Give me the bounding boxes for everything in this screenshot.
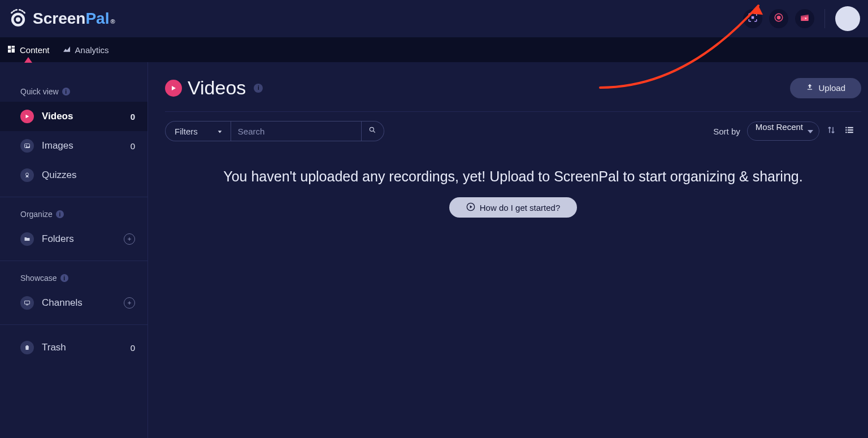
sidebar-separator: [0, 324, 147, 325]
svg-rect-15: [25, 301, 30, 305]
tab-analytics[interactable]: Analytics: [62, 37, 109, 62]
info-icon[interactable]: i: [62, 88, 70, 96]
subnav: Content Analytics: [0, 37, 868, 62]
svg-point-13: [26, 145, 27, 146]
sidebar-item-count: 0: [131, 343, 135, 353]
svg-marker-17: [172, 86, 176, 90]
svg-rect-20: [845, 127, 847, 128]
svg-rect-7: [8, 46, 11, 49]
brand-reg: ®: [110, 18, 115, 25]
tab-content[interactable]: Content: [7, 37, 50, 62]
how-to-button[interactable]: How do I get started?: [449, 197, 578, 218]
toolbar-right: Sort by Most Recent: [713, 122, 856, 141]
svg-rect-23: [848, 129, 853, 131]
image-icon: [20, 139, 34, 153]
page-title-block: Videos i: [165, 77, 263, 99]
search-icon: [368, 126, 376, 136]
upload-icon: [806, 83, 814, 93]
header-actions: [743, 6, 860, 31]
search-field[interactable]: [231, 121, 362, 141]
sidebar-item-quizzes[interactable]: Quizzes: [0, 161, 147, 190]
add-folder-button[interactable]: [124, 233, 135, 245]
svg-rect-2: [752, 16, 754, 19]
toolbar-left: Filters: [165, 121, 384, 141]
svg-point-1: [16, 18, 20, 22]
dashboard-icon: [7, 45, 16, 55]
brand-logo-icon: [8, 7, 28, 30]
svg-point-14: [26, 173, 29, 176]
sidebar-item-count: 0: [131, 141, 135, 151]
page-title: Videos: [188, 77, 246, 99]
header-divider: [824, 9, 825, 28]
sidebar-section-organize: Organize i: [0, 204, 147, 224]
sidebar-item-videos[interactable]: Videos 0: [0, 102, 147, 131]
search-button[interactable]: [362, 121, 384, 141]
svg-point-19: [370, 127, 374, 131]
brand-text-screen: Screen: [33, 10, 85, 28]
sidebar-item-label: Images: [42, 140, 73, 151]
info-icon[interactable]: i: [56, 210, 64, 218]
sort-select-value: Most Recent: [756, 122, 803, 132]
svg-rect-22: [845, 129, 847, 131]
sidebar-separator: [0, 261, 147, 261]
upload-button[interactable]: Upload: [790, 78, 861, 98]
main-panel: Videos i Upload Filters: [148, 62, 868, 438]
brand-text: ScreenPal®: [33, 10, 115, 28]
sidebar-section-showcase: Showcase i: [0, 268, 147, 288]
display-icon: [20, 296, 34, 310]
how-to-label: How do I get started?: [480, 203, 561, 213]
sort-select[interactable]: Most Recent: [747, 122, 819, 141]
play-icon: [165, 80, 182, 97]
folder-icon: [20, 232, 34, 246]
sidebar-section-showcase-label: Showcase: [20, 274, 57, 283]
svg-point-4: [777, 16, 781, 20]
list-view-button[interactable]: [843, 125, 856, 137]
sidebar-item-images[interactable]: Images 0: [0, 131, 147, 161]
play-circle-icon: [466, 202, 475, 213]
svg-rect-25: [848, 132, 853, 133]
sidebar-item-count: 0: [131, 112, 135, 122]
search-input[interactable]: [231, 127, 361, 136]
info-icon[interactable]: i: [60, 274, 68, 282]
ribbon-icon: [20, 168, 34, 182]
clapboard-icon: [800, 12, 810, 25]
editor-button[interactable]: [795, 9, 814, 28]
svg-rect-8: [12, 46, 15, 47]
analytics-icon: [62, 45, 71, 55]
add-channel-button[interactable]: [124, 297, 135, 309]
empty-state: You haven't uploaded any recordings, yet…: [165, 168, 861, 218]
sidebar-item-label: Trash: [42, 342, 66, 353]
upload-button-label: Upload: [818, 83, 845, 93]
sidebar-item-trash[interactable]: Trash 0: [0, 333, 147, 362]
trash-icon: [20, 341, 34, 354]
sidebar-item-folders[interactable]: Folders: [0, 224, 147, 254]
svg-rect-16: [26, 305, 28, 305]
sidebar-section-organize-label: Organize: [20, 210, 53, 219]
svg-rect-21: [848, 127, 853, 128]
svg-marker-11: [26, 115, 29, 119]
sidebar-item-label: Quizzes: [42, 170, 76, 181]
capture-region-button[interactable]: [743, 9, 762, 28]
record-button[interactable]: [769, 9, 788, 28]
sort-direction-button[interactable]: [826, 125, 836, 137]
avatar[interactable]: [835, 6, 860, 31]
filters-label: Filters: [175, 127, 198, 136]
sidebar-item-channels[interactable]: Channels: [0, 288, 147, 318]
capture-region-icon: [748, 12, 758, 25]
header-bar: ScreenPal®: [0, 0, 868, 37]
sidebar: Quick view i Videos 0 Images 0: [0, 62, 148, 438]
play-icon: [20, 110, 34, 123]
empty-message: You haven't uploaded any recordings, yet…: [165, 168, 861, 185]
tab-content-label: Content: [20, 45, 50, 55]
sidebar-section-quick-view: Quick view i: [0, 81, 147, 102]
info-icon[interactable]: i: [254, 84, 263, 93]
sort-by-label: Sort by: [713, 127, 740, 136]
svg-marker-27: [470, 205, 472, 208]
sort-arrow-icon: [826, 127, 836, 137]
sidebar-item-label: Channels: [42, 297, 83, 309]
chevron-down-icon: [217, 127, 223, 136]
filters-dropdown[interactable]: Filters: [165, 121, 231, 141]
svg-rect-10: [12, 48, 15, 52]
list-icon: [843, 127, 856, 137]
sidebar-item-label: Videos: [42, 111, 73, 122]
